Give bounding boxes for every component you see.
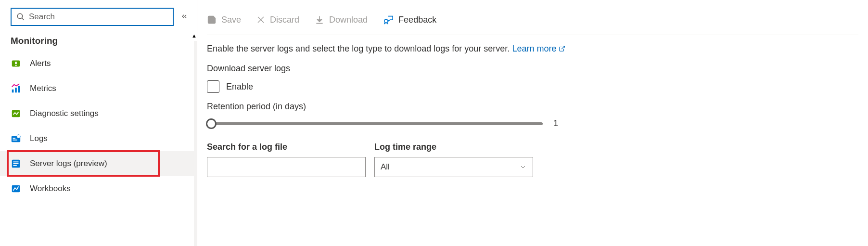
feedback-label: Feedback	[398, 15, 436, 25]
learn-more-link[interactable]: Learn more	[512, 44, 565, 53]
svg-rect-3	[15, 62, 17, 64]
search-box[interactable]	[11, 8, 174, 26]
svg-point-0	[17, 13, 23, 19]
sidebar-item-label: Alerts	[30, 59, 51, 68]
download-icon	[315, 15, 324, 25]
search-filter-label: Search for a log file	[207, 142, 366, 152]
search-input[interactable]	[29, 12, 168, 22]
svg-rect-16	[13, 165, 17, 166]
svg-rect-11	[13, 140, 17, 141]
enable-checkbox-row: Enable	[207, 80, 858, 93]
discard-icon	[256, 15, 265, 24]
download-label: Download	[329, 15, 368, 25]
time-range-filter: Log time range All	[374, 142, 533, 177]
logs-icon	[11, 133, 21, 144]
sidebar-item-server-logs[interactable]: Server logs (preview)	[0, 151, 197, 176]
toolbar: Save Discard Download Feedback	[207, 14, 858, 35]
discard-label: Discard	[270, 15, 299, 25]
chevron-down-icon	[519, 163, 527, 171]
server-logs-icon	[11, 158, 21, 169]
svg-rect-14	[13, 161, 19, 162]
discard-button[interactable]: Discard	[256, 15, 299, 25]
external-link-icon	[559, 45, 565, 52]
svg-rect-15	[13, 163, 19, 164]
enable-checkbox[interactable]	[207, 80, 219, 93]
retention-value: 1	[553, 118, 558, 129]
filters-row: Search for a log file Log time range All	[207, 142, 858, 177]
sidebar-item-label: Diagnostic settings	[30, 109, 99, 118]
enable-checkbox-label: Enable	[226, 82, 253, 92]
save-button[interactable]: Save	[207, 15, 241, 25]
description: Enable the server logs and select the lo…	[207, 35, 858, 55]
sidebar-item-label: Logs	[30, 134, 48, 143]
svg-line-23	[562, 46, 564, 49]
sidebar-item-label: Server logs (preview)	[30, 159, 107, 168]
sidebar: ▲ Monitoring Alerts Metrics Diagnostic s…	[0, 0, 197, 246]
sidebar-item-label: Workbooks	[30, 184, 71, 194]
description-text: Enable the server logs and select the lo…	[207, 44, 510, 53]
svg-rect-7	[18, 86, 20, 93]
search-row	[0, 0, 197, 31]
main-content: Save Discard Download Feedback Enable th…	[197, 0, 868, 246]
sidebar-item-diagnostic-settings[interactable]: Diagnostic settings	[0, 101, 197, 126]
scroll-up-arrow[interactable]: ▲	[191, 33, 197, 39]
svg-point-12	[17, 135, 20, 138]
sidebar-item-alerts[interactable]: Alerts	[0, 51, 197, 76]
feedback-button[interactable]: Feedback	[383, 14, 436, 25]
svg-line-1	[22, 18, 24, 20]
search-icon	[16, 13, 25, 21]
svg-rect-6	[15, 88, 17, 92]
diagnostic-settings-icon	[11, 108, 21, 119]
metrics-icon	[11, 83, 21, 94]
svg-rect-10	[13, 138, 15, 139]
retention-slider[interactable]	[207, 122, 543, 125]
time-range-select[interactable]: All	[374, 157, 533, 177]
feedback-icon	[383, 14, 394, 25]
collapse-sidebar-button[interactable]	[179, 13, 190, 22]
chevron-double-left-icon	[180, 13, 188, 20]
sidebar-item-label: Metrics	[30, 84, 56, 93]
retention-slider-row: 1	[207, 118, 558, 129]
sidebar-section-header: Monitoring	[0, 31, 197, 51]
download-button[interactable]: Download	[315, 15, 368, 25]
retention-label: Retention period (in days)	[207, 102, 858, 112]
sidebar-item-logs[interactable]: Logs	[0, 126, 197, 151]
workbooks-icon	[11, 183, 21, 194]
save-icon	[207, 15, 217, 25]
sidebar-item-workbooks[interactable]: Workbooks	[0, 176, 197, 201]
alerts-icon	[11, 58, 21, 69]
svg-rect-5	[12, 90, 14, 92]
search-log-file-input[interactable]	[207, 157, 366, 177]
slider-thumb[interactable]	[206, 118, 217, 129]
time-range-label: Log time range	[374, 142, 533, 152]
svg-point-22	[384, 19, 388, 23]
time-range-value: All	[381, 162, 390, 172]
svg-rect-4	[15, 65, 17, 66]
save-label: Save	[221, 15, 241, 25]
sidebar-item-metrics[interactable]: Metrics	[0, 76, 197, 101]
download-section-label: Download server logs	[207, 64, 858, 74]
search-filter: Search for a log file	[207, 142, 366, 177]
